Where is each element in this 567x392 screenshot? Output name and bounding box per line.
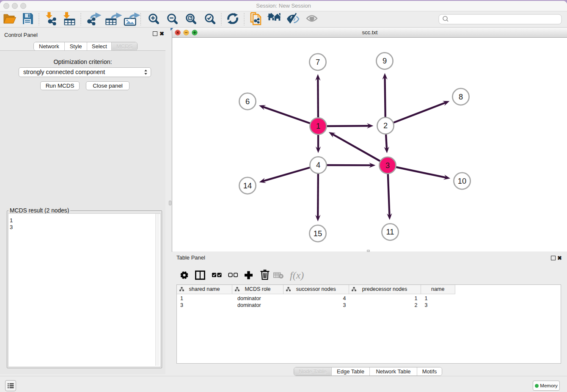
svg-text:8: 8 — [459, 92, 463, 101]
svg-text:7: 7 — [316, 58, 320, 66]
svg-text:1: 1 — [316, 121, 320, 130]
svg-text:9: 9 — [383, 56, 387, 65]
svg-text:2: 2 — [383, 121, 388, 130]
svg-text:f(x): f(x) — [290, 270, 304, 281]
svg-text:4: 4 — [316, 160, 320, 169]
svg-text:15: 15 — [314, 229, 322, 238]
svg-text:6: 6 — [245, 97, 250, 106]
svg-text:11: 11 — [386, 227, 394, 236]
svg-text:3: 3 — [385, 161, 390, 170]
svg-text:14: 14 — [243, 181, 252, 190]
svg-text:10: 10 — [458, 177, 466, 185]
